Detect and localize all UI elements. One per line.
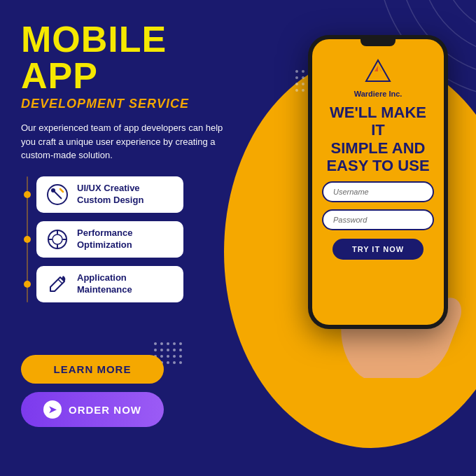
uiux-icon	[45, 182, 70, 207]
bottom-buttons: LEARN MORE ➤ ORDER NOW	[21, 355, 164, 427]
svg-point-10	[52, 234, 62, 244]
feature-performance: PerformanceOptimization	[36, 221, 183, 258]
phone-tagline: WE'LL MAKE ITSIMPLE ANDEASY TO USE	[322, 104, 434, 174]
svg-line-15	[58, 279, 62, 284]
phone-mockup: Wardiere Inc. WE'LL MAKE ITSIMPLE ANDEAS…	[301, 35, 462, 357]
phone-notch	[360, 39, 396, 46]
phone-screen: Wardiere Inc. WE'LL MAKE ITSIMPLE ANDEAS…	[312, 39, 444, 325]
password-field[interactable]: Password	[322, 209, 434, 230]
username-field[interactable]: Username	[322, 181, 434, 202]
subtitle: DEVELOPMENT SERVICE	[21, 97, 224, 111]
feature-performance-label: PerformanceOptimization	[77, 227, 132, 251]
feature-maintenance-label: ApplicationMaintenance	[77, 272, 132, 296]
svg-line-8	[60, 189, 63, 192]
feature-uiux-label: UI/UX CreativeCustom Design	[77, 183, 144, 206]
order-now-button[interactable]: ➤ ORDER NOW	[21, 392, 164, 427]
wardiere-logo-icon	[363, 59, 393, 88]
left-content: MOBILE APP DEVELOPMENT SERVICE Our exper…	[21, 21, 224, 302]
brand-logo: Wardiere Inc.	[354, 59, 402, 98]
main-title: MOBILE APP	[21, 21, 224, 94]
phone-body: Wardiere Inc. WE'LL MAKE ITSIMPLE ANDEAS…	[308, 35, 448, 329]
learn-more-button[interactable]: LEARN MORE	[21, 355, 164, 384]
performance-icon	[45, 227, 70, 252]
feature-maintenance: ApplicationMaintenance	[36, 266, 183, 302]
background: MOBILE APP DEVELOPMENT SERVICE Our exper…	[0, 0, 476, 476]
description: Our experienced team of app developers c…	[21, 121, 224, 162]
order-arrow-icon: ➤	[43, 400, 62, 419]
svg-point-0	[462, 0, 476, 14]
svg-point-1	[441, 0, 476, 35]
maintenance-icon	[45, 272, 70, 297]
try-it-now-button[interactable]: TRY IT NOW	[332, 239, 424, 260]
brand-name: Wardiere Inc.	[354, 90, 402, 98]
feature-uiux: UI/UX CreativeCustom Design	[36, 176, 183, 213]
svg-point-7	[51, 188, 55, 192]
features-list: UI/UX CreativeCustom Design Perfo	[36, 176, 224, 302]
